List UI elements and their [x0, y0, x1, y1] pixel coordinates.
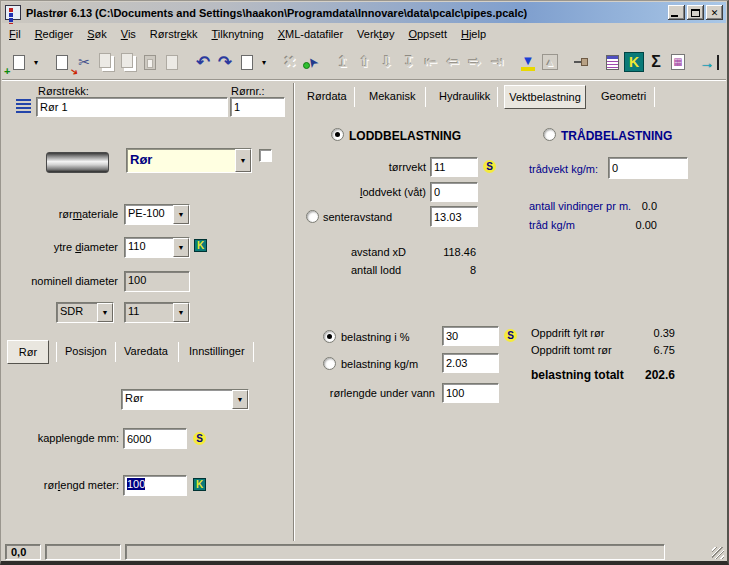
menu-xml-datafiler[interactable]: XML-datafiler [271, 26, 350, 42]
tab-separator [354, 87, 355, 107]
menu-rorstrekk[interactable]: Rørstrekk [143, 26, 205, 42]
chevron-down-icon[interactable]: ▼ [97, 303, 113, 322]
menu-verktoy[interactable]: Verktøy [350, 26, 401, 42]
ytre-diameter-combo[interactable]: 110 ▼ [124, 237, 190, 258]
loddbelastning-radio[interactable] [331, 128, 344, 141]
pipe-list-icon[interactable] [16, 99, 31, 113]
oppdrift-fylt-value: 0.39 [613, 327, 675, 339]
oppdrift-tomt-value: 6.75 [613, 344, 675, 356]
menu-vis[interactable]: Vis [114, 26, 143, 42]
chevron-down-icon[interactable]: ▼ [235, 149, 251, 172]
minimize-button[interactable] [668, 5, 685, 20]
s-badge-icon[interactable]: S [483, 160, 496, 173]
rorlengde-vann-label: rørlengde under vann [321, 387, 435, 399]
component-combo[interactable]: Rør ▼ [126, 148, 252, 173]
tab-separator [56, 342, 57, 362]
toolbar-divider [2, 79, 726, 81]
tradvekt-input[interactable] [608, 157, 688, 179]
close-button[interactable]: ✕ [706, 5, 723, 20]
select-pointer-button[interactable]: ➤ [301, 51, 323, 73]
resize-grip[interactable] [712, 547, 724, 559]
title-bar[interactable]: Plastrør 6.13 (C:\Documents and Settings… [2, 2, 726, 23]
sdr-combo[interactable]: SDR ▼ [56, 302, 114, 323]
undo-button[interactable]: ↶ [192, 51, 214, 73]
component-combo-value: Rør [127, 149, 235, 172]
tradbelastning-radio[interactable] [543, 128, 556, 141]
chevron-down-icon[interactable]: ▼ [173, 303, 189, 322]
type-combo[interactable]: Rør ▼ [121, 389, 249, 410]
tab-vektbelastning[interactable]: Vektbelastning [504, 85, 586, 109]
belastning-pct-radio[interactable] [323, 330, 336, 343]
chevron-down-icon[interactable]: ▼ [232, 390, 248, 409]
calculator-button[interactable]: ▦ [667, 51, 689, 73]
save-report-button[interactable]: ➜ [51, 51, 73, 73]
menu-tilknytning[interactable]: Tilknytning [205, 26, 271, 42]
redo-button[interactable]: ↷ [214, 51, 236, 73]
coordinates-panel: 0,0 [5, 544, 41, 560]
kapplengde-input[interactable] [123, 428, 187, 449]
k-badge-icon[interactable]: K [194, 239, 207, 252]
ytre-diameter-value: 110 [125, 238, 173, 257]
belastning-pct-input[interactable] [442, 326, 499, 346]
tab-mekanisk[interactable]: Mekanisk [369, 90, 415, 102]
cut-button[interactable]: ✂ [73, 51, 95, 73]
blank-page-button [161, 51, 183, 73]
move-to-bottom-button: ↧ [398, 51, 420, 73]
clipboard-icon [144, 55, 156, 70]
chevron-down-icon[interactable]: ▼ [173, 205, 189, 224]
tab-hydraulikk[interactable]: Hydraulikk [439, 90, 490, 102]
k-badge-icon[interactable]: K [193, 478, 206, 491]
tab-rordata[interactable]: Rørdata [307, 90, 347, 102]
sum-button[interactable]: Σ [645, 51, 667, 73]
senteravstand-input[interactable] [430, 206, 478, 227]
exit-button[interactable]: → [698, 51, 720, 73]
properties-dropdown[interactable]: ▾ [258, 51, 270, 73]
report-button[interactable] [601, 51, 623, 73]
torrvekt-input[interactable] [430, 157, 478, 177]
kapplengde-label: kapplengde mm: [11, 432, 119, 444]
rorlengde-vann-input[interactable] [442, 383, 499, 403]
tab-geometri[interactable]: Geometri [601, 90, 646, 102]
import-button[interactable]: ▼ [517, 51, 539, 73]
tab-separator [425, 87, 426, 107]
new-document-dropdown[interactable]: ▾ [30, 51, 42, 73]
rornr-input[interactable] [230, 97, 285, 117]
pin-button[interactable] [570, 51, 592, 73]
trad-kgm-label: tråd kg/m [529, 219, 575, 231]
chevron-down-icon[interactable]: ▼ [173, 238, 189, 257]
menu-sok[interactable]: Søk [80, 26, 114, 42]
menu-hjelp[interactable]: Hjelp [454, 26, 493, 42]
menu-fil[interactable]: Fil [2, 26, 28, 42]
belastning-kgm-input[interactable] [442, 353, 499, 373]
component-checkbox[interactable] [259, 149, 272, 162]
belastning-kgm-radio[interactable] [323, 357, 336, 370]
tab-ror[interactable]: Rør [7, 340, 49, 364]
rorstrekk-label: Rørstrekk: [38, 85, 89, 97]
new-document-button[interactable]: + [8, 51, 30, 73]
senteravstand-radio[interactable] [306, 210, 319, 223]
s-badge-icon[interactable]: S [193, 432, 206, 445]
belastning-kgm-label: belastning kg/m [341, 358, 418, 370]
menu-bar: Fil Rediger Søk Vis Rørstrekk Tilknytnin… [2, 24, 726, 44]
rorlengd-input[interactable]: 100 [123, 475, 187, 496]
rornr-label: Rørnr.: [231, 85, 265, 97]
s-badge-icon[interactable]: S [504, 329, 517, 342]
properties-button[interactable] [236, 51, 258, 73]
rorstrekk-input[interactable] [36, 97, 228, 117]
rormateriale-combo[interactable]: PE-100 ▼ [124, 204, 190, 225]
loddvekt-input[interactable] [430, 182, 478, 202]
tab-varedata[interactable]: Varedata [124, 345, 168, 357]
maximize-button[interactable] [687, 5, 704, 20]
tab-innstillinger[interactable]: Innstillinger [189, 345, 245, 357]
copy-special-button [117, 51, 139, 73]
tab-posisjon[interactable]: Posisjon [65, 345, 107, 357]
menu-oppsett[interactable]: Oppsett [401, 26, 454, 42]
ytre-diameter-label: ytre diameter [11, 241, 118, 253]
app-icon [5, 5, 21, 20]
sdr-value-combo[interactable]: 11 ▼ [124, 302, 190, 323]
menu-rediger[interactable]: Rediger [28, 26, 81, 42]
antall-lodd-label: antall lodd [351, 264, 401, 276]
cost-calculation-button[interactable]: K [623, 51, 645, 73]
trad-kgm-value: 0.00 [589, 219, 657, 231]
nominell-diameter-label: nominell diameter [11, 275, 118, 287]
